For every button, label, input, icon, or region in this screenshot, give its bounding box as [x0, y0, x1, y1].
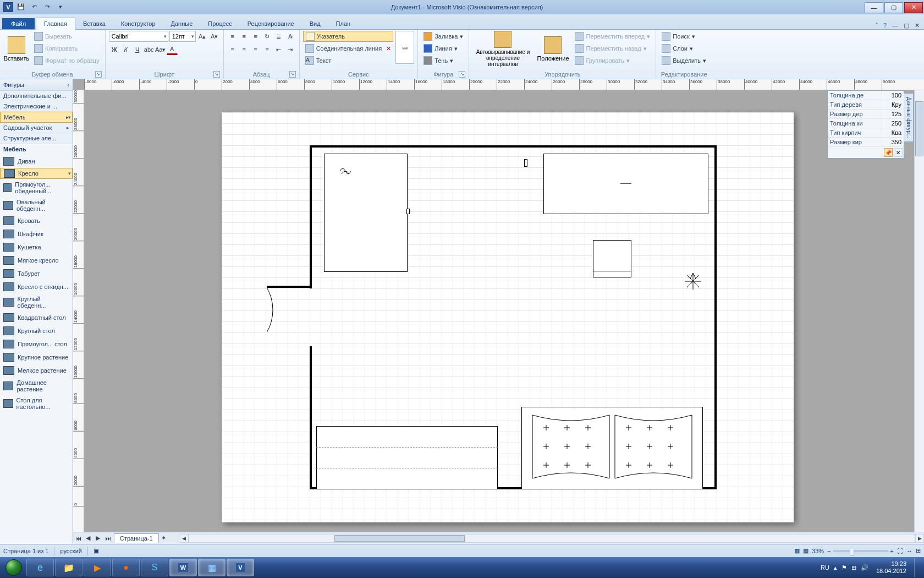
minimize-button[interactable]: — — [865, 2, 883, 13]
align-middle-icon[interactable]: ≡ — [239, 31, 250, 42]
shapes-item[interactable]: Кресло — [0, 168, 73, 179]
shape-data-row[interactable]: Толщина ки250 — [828, 119, 904, 128]
shape-data-row[interactable]: Тип деревяКру — [828, 100, 904, 110]
page-next-icon[interactable]: ▶ — [93, 533, 103, 543]
help-icon[interactable]: ? — [883, 22, 887, 29]
page-last-icon[interactable]: ⏭ — [103, 533, 113, 543]
tab-process[interactable]: Процесс — [200, 18, 239, 29]
switch-window-icon[interactable]: ⊞ — [916, 547, 921, 554]
group-button[interactable]: Группировать ▾ — [573, 55, 652, 66]
shapes-category[interactable]: Электрические и ... — [0, 101, 73, 112]
shapes-item[interactable]: Стол для настольно... — [0, 395, 73, 412]
shapes-item[interactable]: Круглый обеденн... — [0, 293, 73, 311]
taskbar-ie[interactable]: e — [26, 559, 54, 576]
h-scroll-right-icon[interactable]: ▶ — [915, 534, 924, 543]
room-small[interactable] — [324, 154, 408, 272]
shape-data-row[interactable]: Размер кир350 — [828, 138, 904, 147]
shapes-item[interactable]: Квадратный стол — [0, 311, 73, 324]
cut-button[interactable]: Вырезать — [32, 31, 102, 42]
underline-button[interactable]: Ч — [132, 44, 143, 55]
shapes-item[interactable]: Кушетка — [0, 241, 73, 254]
page-add-icon[interactable]: ✦ — [159, 533, 169, 543]
macro-record-icon[interactable]: ▣ — [94, 547, 99, 554]
taskbar-media[interactable]: ▶ — [84, 559, 111, 576]
doc-minimize-icon[interactable]: — — [892, 22, 898, 29]
tray-up-icon[interactable]: ▴ — [834, 564, 837, 571]
wall-left-top[interactable] — [310, 145, 312, 288]
line-button[interactable]: Линия ▾ — [421, 43, 465, 54]
shapes-item[interactable]: Прямоугол... обеденный... — [0, 179, 73, 197]
tab-data[interactable]: Данные — [163, 18, 201, 29]
text-tool[interactable]: AТекст — [303, 55, 393, 66]
page-tab-1[interactable]: Страница-1 — [114, 533, 159, 543]
shapes-category[interactable]: Садовый участок ▸ — [0, 123, 73, 133]
case-button[interactable]: Aa▾ — [155, 44, 166, 55]
connector-close-icon[interactable]: ✕ — [386, 45, 391, 52]
save-icon[interactable]: 💾 — [15, 2, 26, 13]
align-bottom-icon[interactable]: ≡ — [250, 31, 261, 42]
door-handle-1[interactable] — [406, 209, 410, 214]
bring-front-button[interactable]: Переместить вперед ▾ — [573, 31, 652, 42]
font-name-select[interactable]: Calibri — [109, 31, 168, 42]
shapes-item[interactable]: Домашнее растение — [0, 377, 73, 395]
drawing-page[interactable] — [222, 112, 794, 522]
taskbar-photo[interactable]: ▦ — [198, 559, 226, 576]
layers-button[interactable]: Слои ▾ — [659, 43, 708, 54]
qat-dropdown-icon[interactable]: ▾ — [55, 2, 66, 13]
connector-tool[interactable]: Соединительная линия✕ — [303, 43, 393, 54]
bullets-icon[interactable]: ≣ — [273, 31, 284, 42]
show-desktop-button[interactable] — [914, 558, 920, 577]
doc-close-icon[interactable]: ✕ — [915, 22, 920, 29]
view-normal-icon[interactable]: ▦ — [794, 547, 800, 554]
fit-page-icon[interactable]: ⛶ — [897, 548, 903, 554]
bold-button[interactable]: Ж — [109, 44, 120, 55]
shapes-item[interactable]: Мелкое растение — [0, 364, 73, 377]
tray-network-icon[interactable]: ⊞ — [851, 564, 856, 571]
tab-review[interactable]: Рецензирование — [240, 18, 302, 29]
strike-button[interactable]: abc — [144, 44, 155, 55]
shape-data-pin-icon[interactable]: 📌 — [884, 148, 893, 157]
view-full-icon[interactable]: ▩ — [803, 547, 809, 554]
taskbar-skype[interactable]: S — [141, 559, 168, 576]
tab-plan[interactable]: План — [328, 18, 359, 29]
indent-inc-icon[interactable]: ⇥ — [285, 44, 296, 55]
fit-width-icon[interactable]: ↔ — [906, 548, 912, 554]
tray-lang[interactable]: RU — [821, 564, 829, 571]
shape-data-row[interactable]: Толщина де100 — [828, 91, 904, 100]
tray-clock[interactable]: 19:23 18.04.2012 — [873, 560, 910, 575]
shapes-item[interactable]: Кресло с откидн... — [0, 280, 73, 293]
close-button[interactable]: ✕ — [904, 2, 923, 13]
zoom-out-icon[interactable]: − — [827, 548, 831, 554]
shapes-item[interactable]: Овальный обеденн... — [0, 197, 73, 214]
shapes-item[interactable]: Табурет — [0, 267, 73, 280]
file-tab[interactable]: Файл — [2, 18, 35, 29]
shapes-item[interactable]: Мягкое кресло — [0, 254, 73, 267]
clear-format-icon[interactable]: A̶ — [285, 31, 296, 42]
decrease-font-icon[interactable]: A▾ — [209, 31, 220, 42]
shape-data-tab[interactable]: Данные фигур... — [904, 93, 914, 142]
para-dialog-icon[interactable]: ↘ — [289, 71, 296, 78]
align-top-icon[interactable]: ≡ — [227, 31, 238, 42]
wall-left-bottom[interactable] — [310, 346, 312, 489]
door-handle-2[interactable] — [524, 159, 527, 167]
font-color-button[interactable]: A — [167, 44, 178, 55]
viewport[interactable]: Данные фигур... Толщина де100Тип деревяК… — [84, 90, 914, 532]
align-right-icon[interactable]: ≡ — [250, 44, 261, 55]
italic-button[interactable]: К — [120, 44, 131, 55]
tray-volume-icon[interactable]: 🔊 — [861, 564, 868, 571]
quickshape-gallery[interactable]: ▭ — [395, 31, 414, 64]
h-scroll-thumb[interactable] — [334, 535, 465, 542]
shape-data-row[interactable]: Размер дер125 — [828, 110, 904, 119]
vertical-scrollbar[interactable] — [914, 90, 924, 532]
tab-view[interactable]: Вид — [302, 18, 328, 29]
shape-data-row[interactable]: Тип кирпичКва — [828, 128, 904, 138]
shape-data-close-icon[interactable]: ✕ — [894, 148, 903, 157]
shapes-item[interactable]: Прямоугол... стол — [0, 337, 73, 351]
shapes-category[interactable]: Структурные эле... — [0, 133, 73, 144]
format-painter-button[interactable]: Формат по образцу — [32, 55, 102, 66]
align-center-icon[interactable]: ≡ — [239, 44, 250, 55]
redo-icon[interactable]: ↷ — [42, 2, 53, 13]
taskbar-explorer[interactable]: 📁 — [55, 559, 82, 576]
justify-icon[interactable]: ≡ — [262, 44, 273, 55]
shapes-item[interactable]: Крупное растение — [0, 351, 73, 364]
